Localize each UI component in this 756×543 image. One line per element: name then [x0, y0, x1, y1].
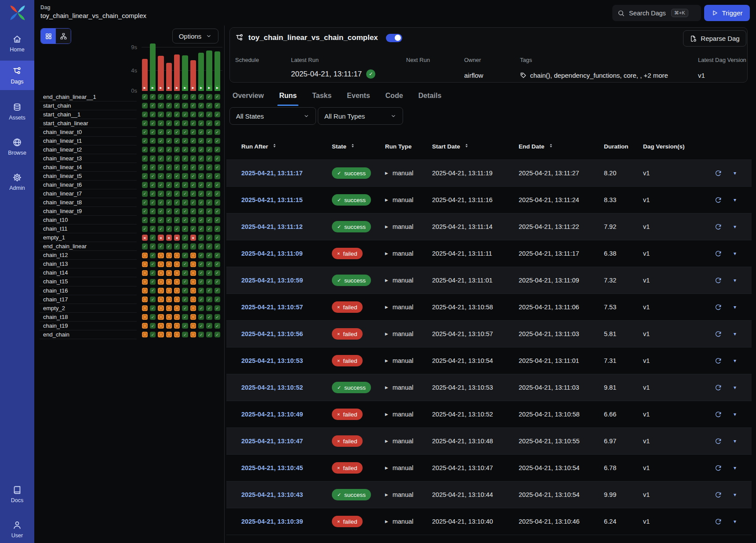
task-instance-success-cell[interactable]: ✓ — [182, 332, 188, 338]
task-instance-success-cell[interactable]: ✓ — [158, 94, 164, 100]
task-instance-upstream-failed-cell[interactable] — [158, 305, 164, 311]
task-instance-success-cell[interactable]: ✓ — [174, 120, 180, 127]
task-instance-success-cell[interactable]: ✓ — [166, 147, 172, 153]
task-name[interactable]: chain_linear_t6 — [43, 181, 82, 189]
task-name[interactable]: chain_t17 — [43, 295, 68, 304]
task-instance-upstream-failed-cell[interactable] — [158, 270, 164, 276]
task-instance-success-cell[interactable]: ✓ — [150, 156, 156, 162]
task-instance-success-cell[interactable]: ✓ — [158, 120, 164, 127]
task-instance-upstream-failed-cell[interactable] — [174, 332, 180, 338]
task-instance-success-cell[interactable]: ✓ — [182, 253, 188, 259]
task-instance-success-cell[interactable]: ✓ — [174, 199, 180, 206]
task-instance-success-cell[interactable]: ✓ — [206, 182, 212, 188]
task-instance-success-cell[interactable]: ✓ — [142, 191, 148, 197]
task-instance-success-cell[interactable]: ✓ — [150, 226, 156, 232]
task-instance-success-cell[interactable]: ✓ — [142, 94, 148, 100]
task-instance-success-cell[interactable]: ✓ — [206, 226, 212, 232]
task-instance-success-cell[interactable]: ✓ — [198, 173, 204, 179]
task-instance-upstream-failed-cell[interactable] — [174, 297, 180, 303]
task-instance-success-cell[interactable]: ✓ — [214, 191, 221, 197]
task-name[interactable]: chain_linear_t4 — [43, 163, 82, 172]
task-instance-success-cell[interactable]: ✓ — [150, 182, 156, 188]
task-instance-success-cell[interactable]: ✓ — [190, 182, 196, 188]
run-after-link[interactable]: 2025-04-21, 13:11:15 — [241, 196, 332, 203]
task-instance-success-cell[interactable]: ✓ — [214, 94, 221, 100]
task-instance-success-cell[interactable]: ✓ — [182, 217, 188, 223]
task-instance-success-cell[interactable]: ✓ — [150, 288, 156, 294]
row-menu-caret[interactable]: ▾ — [734, 465, 736, 471]
run-after-link[interactable]: 2025-04-21, 13:11:17 — [241, 170, 332, 177]
dag-enabled-toggle[interactable] — [386, 34, 402, 42]
task-instance-success-cell[interactable]: ✓ — [214, 120, 221, 127]
task-instance-success-cell[interactable]: ✓ — [206, 120, 212, 127]
task-instance-upstream-failed-cell[interactable] — [190, 270, 196, 276]
task-instance-success-cell[interactable]: ✓ — [206, 261, 212, 268]
task-instance-success-cell[interactable]: ✓ — [198, 164, 204, 170]
task-name[interactable]: chain_t15 — [43, 277, 68, 286]
task-instance-success-cell[interactable]: ✓ — [206, 297, 212, 303]
task-instance-upstream-failed-cell[interactable] — [166, 261, 172, 268]
task-instance-success-cell[interactable]: ✓ — [150, 138, 156, 144]
sidebar-item-browse[interactable]: Browse — [0, 134, 34, 159]
task-instance-success-cell[interactable]: ✓ — [182, 164, 188, 170]
task-instance-upstream-failed-cell[interactable] — [158, 261, 164, 268]
clear-run-button[interactable] — [715, 518, 722, 525]
task-instance-success-cell[interactable]: ✓ — [150, 173, 156, 179]
run-state-cell[interactable]: ▶ — [206, 85, 212, 91]
row-menu-caret[interactable]: ▾ — [734, 197, 736, 203]
column-header-run-after[interactable]: Run After — [241, 143, 332, 150]
sidebar-item-admin[interactable]: Admin — [0, 169, 34, 195]
task-instance-success-cell[interactable]: ✓ — [150, 112, 156, 118]
task-instance-success-cell[interactable]: ✓ — [158, 173, 164, 179]
task-instance-success-cell[interactable]: ✓ — [190, 208, 196, 214]
task-instance-upstream-failed-cell[interactable] — [142, 305, 148, 311]
task-instance-success-cell[interactable]: ✓ — [206, 112, 212, 118]
task-instance-success-cell[interactable]: ✓ — [150, 147, 156, 153]
run-after-link[interactable]: 2025-04-21, 13:10:56 — [241, 330, 332, 337]
task-instance-success-cell[interactable]: ✓ — [174, 129, 180, 135]
task-instance-success-cell[interactable]: ✓ — [174, 147, 180, 153]
task-name[interactable]: chain_linear_t3 — [43, 154, 82, 163]
row-menu-caret[interactable]: ▾ — [734, 518, 736, 525]
task-instance-upstream-failed-cell[interactable] — [142, 297, 148, 303]
row-menu-caret[interactable]: ▾ — [734, 411, 736, 417]
run-state-cell[interactable]: ▶ — [182, 85, 188, 91]
task-instance-success-cell[interactable]: ✓ — [214, 208, 221, 214]
task-instance-success-cell[interactable]: ✓ — [182, 173, 188, 179]
task-instance-success-cell[interactable]: ✓ — [206, 147, 212, 153]
task-instance-success-cell[interactable]: ✓ — [214, 112, 221, 118]
task-instance-success-cell[interactable]: ✓ — [142, 173, 148, 179]
task-instance-success-cell[interactable]: ✓ — [150, 199, 156, 206]
task-instance-success-cell[interactable]: ✓ — [198, 182, 204, 188]
task-instance-success-cell[interactable]: ✓ — [198, 332, 204, 338]
task-instance-success-cell[interactable]: ✓ — [198, 112, 204, 118]
task-instance-success-cell[interactable]: ✓ — [158, 226, 164, 232]
task-instance-success-cell[interactable]: ✓ — [214, 164, 221, 170]
tab-overview[interactable]: Overview — [232, 90, 265, 106]
task-instance-success-cell[interactable]: ✓ — [174, 191, 180, 197]
run-after-link[interactable]: 2025-04-21, 13:10:53 — [241, 357, 332, 364]
task-instance-success-cell[interactable]: ✓ — [214, 147, 221, 153]
task-instance-success-cell[interactable]: ✓ — [142, 156, 148, 162]
run-after-link[interactable]: 2025-04-21, 13:10:57 — [241, 304, 332, 311]
sort-icon[interactable] — [548, 143, 554, 150]
task-instance-success-cell[interactable]: ✓ — [166, 94, 172, 100]
row-menu-caret[interactable]: ▾ — [734, 492, 736, 498]
task-instance-success-cell[interactable]: ✓ — [214, 314, 221, 320]
task-name[interactable]: empty_2 — [43, 304, 65, 313]
task-instance-success-cell[interactable]: ✓ — [142, 243, 148, 250]
task-name[interactable]: chain_t10 — [43, 216, 68, 224]
task-instance-success-cell[interactable]: ✓ — [214, 173, 221, 179]
task-instance-success-cell[interactable]: ✓ — [166, 208, 172, 214]
task-instance-success-cell[interactable]: ✓ — [158, 103, 164, 109]
task-name[interactable]: chain_linear_t0 — [43, 128, 82, 137]
task-instance-success-cell[interactable]: ✓ — [150, 208, 156, 214]
task-instance-success-cell[interactable]: ✓ — [206, 253, 212, 259]
task-instance-success-cell[interactable]: ✓ — [182, 279, 188, 285]
task-instance-success-cell[interactable]: ✓ — [198, 243, 204, 250]
task-instance-upstream-failed-cell[interactable] — [190, 261, 196, 268]
task-instance-success-cell[interactable]: ✓ — [214, 288, 221, 294]
task-instance-success-cell[interactable]: ✓ — [206, 288, 212, 294]
task-instance-upstream-failed-cell[interactable] — [142, 332, 148, 338]
duration-bar[interactable] — [150, 43, 156, 91]
